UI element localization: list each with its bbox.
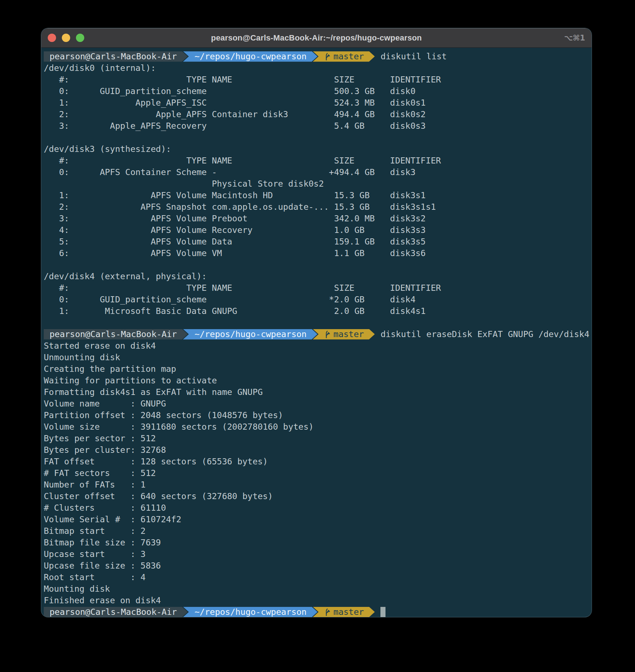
prompt-line: pearson@Carls-MacBook-Air ~/repos/hugo-c… <box>44 51 592 62</box>
output-line: Volume size : 3911680 sectors (200278016… <box>44 421 592 433</box>
output-line: 5: APFS Volume Data 159.1 GB disk3s5 <box>44 236 592 247</box>
git-branch-icon <box>324 330 331 339</box>
terminal-cursor <box>380 607 385 617</box>
window-titlebar[interactable]: pearson@Carls-MacBook-Air:~/repos/hugo-c… <box>41 28 592 48</box>
output-line: 1: APFS Volume Macintosh HD 15.3 GB disk… <box>44 190 592 201</box>
output-line: Number of FATs : 1 <box>44 479 592 490</box>
output-line: 0: GUID_partition_scheme 500.3 GB disk0 <box>44 85 592 97</box>
output-line: 6: APFS Volume VM 1.1 GB disk3s6 <box>44 247 592 259</box>
output-line: 0: GUID_partition_scheme *2.0 GB disk4 <box>44 294 592 305</box>
prompt-git-segment: master <box>313 329 375 340</box>
output-line: #: TYPE NAME SIZE IDENTIFIER <box>44 155 592 166</box>
output-line: Root start : 4 <box>44 571 592 583</box>
output-line: Unmounting disk <box>44 352 592 363</box>
output-line: Bitmap start : 2 <box>44 525 592 537</box>
output-line <box>44 259 592 271</box>
output-line: Cluster offset : 640 sectors (327680 byt… <box>44 490 592 502</box>
minimize-button[interactable] <box>62 34 70 42</box>
output-line: 0: APFS Container Scheme - +494.4 GB dis… <box>44 166 592 178</box>
output-line: Bitmap file size : 7639 <box>44 537 592 548</box>
terminal-window: pearson@Carls-MacBook-Air:~/repos/hugo-c… <box>41 28 592 617</box>
output-line: FAT offset : 128 sectors (65536 bytes) <box>44 456 592 467</box>
output-line: /dev/disk4 (external, physical): <box>44 271 592 282</box>
git-branch-label: master <box>333 606 364 617</box>
output-line: 1: Apple_APFS_ISC 524.3 MB disk0s1 <box>44 97 592 109</box>
output-line: 2: APFS Snapshot com.apple.os.update-...… <box>44 201 592 213</box>
output-line: Volume name : GNUPG <box>44 398 592 409</box>
output-line: Started erase on disk4 <box>44 340 592 352</box>
output-line: Upcase start : 3 <box>44 548 592 560</box>
output-line: Bytes per sector : 512 <box>44 433 592 444</box>
git-branch-icon <box>324 52 331 61</box>
output-line: 4: APFS Volume Recovery 1.0 GB disk3s3 <box>44 224 592 236</box>
output-line: Formatting disk4s1 as ExFAT with name GN… <box>44 386 592 398</box>
output-line: Bytes per cluster: 32768 <box>44 444 592 456</box>
output-line: /dev/disk3 (synthesized): <box>44 143 592 155</box>
tab-shortcut-badge: ⌥⌘1 <box>564 34 585 42</box>
output-line: /dev/disk0 (internal): <box>44 62 592 74</box>
output-line <box>44 132 592 143</box>
output-line: 3: APFS Volume Preboot 342.0 MB disk3s2 <box>44 213 592 224</box>
command-text: diskutil list <box>380 51 447 62</box>
terminal-screen[interactable]: pearson@Carls-MacBook-Air ~/repos/hugo-c… <box>41 48 592 617</box>
output-line: #: TYPE NAME SIZE IDENTIFIER <box>44 74 592 85</box>
git-branch-label: master <box>333 51 364 62</box>
prompt-directory-segment: ~/repos/hugo-cwpearson <box>183 51 318 62</box>
window-controls <box>48 34 84 42</box>
output-line: 3: Apple_APFS_Recovery 5.4 GB disk0s3 <box>44 120 592 132</box>
prompt-line: pearson@Carls-MacBook-Air ~/repos/hugo-c… <box>44 328 592 340</box>
output-line <box>44 317 592 328</box>
command-text: diskutil eraseDisk ExFAT GNUPG /dev/disk… <box>380 328 589 340</box>
output-line: Upcase file size : 5836 <box>44 560 592 571</box>
output-line: 2: Apple_APFS Container disk3 494.4 GB d… <box>44 109 592 120</box>
output-line: #: TYPE NAME SIZE IDENTIFIER <box>44 282 592 294</box>
output-line: Physical Store disk0s2 <box>44 178 592 190</box>
prompt-directory-segment: ~/repos/hugo-cwpearson <box>183 607 318 617</box>
zoom-button[interactable] <box>76 34 84 42</box>
output-line: 1: Microsoft Basic Data GNUPG 2.0 GB dis… <box>44 305 592 317</box>
prompt-git-segment: master <box>313 607 375 617</box>
output-line: # FAT sectors : 512 <box>44 467 592 479</box>
prompt-user-segment: pearson@Carls-MacBook-Air <box>44 607 188 617</box>
output-line: Finished erase on disk4 <box>44 595 592 606</box>
output-line: # Clusters : 61110 <box>44 502 592 514</box>
git-branch-label: master <box>333 328 364 340</box>
close-button[interactable] <box>48 34 56 42</box>
prompt-user-segment: pearson@Carls-MacBook-Air <box>44 329 188 340</box>
output-line: Mounting disk <box>44 583 592 595</box>
window-title: pearson@Carls-MacBook-Air:~/repos/hugo-c… <box>41 33 592 43</box>
prompt-directory-segment: ~/repos/hugo-cwpearson <box>183 329 318 340</box>
output-line: Creating the partition map <box>44 363 592 375</box>
prompt-line: pearson@Carls-MacBook-Air ~/repos/hugo-c… <box>44 606 592 617</box>
git-branch-icon <box>324 608 331 617</box>
output-line: Volume Serial # : 610724f2 <box>44 514 592 525</box>
prompt-git-segment: master <box>313 51 375 62</box>
output-line: Waiting for partitions to activate <box>44 375 592 386</box>
output-line: Partition offset : 2048 sectors (1048576… <box>44 409 592 421</box>
prompt-user-segment: pearson@Carls-MacBook-Air <box>44 51 188 62</box>
